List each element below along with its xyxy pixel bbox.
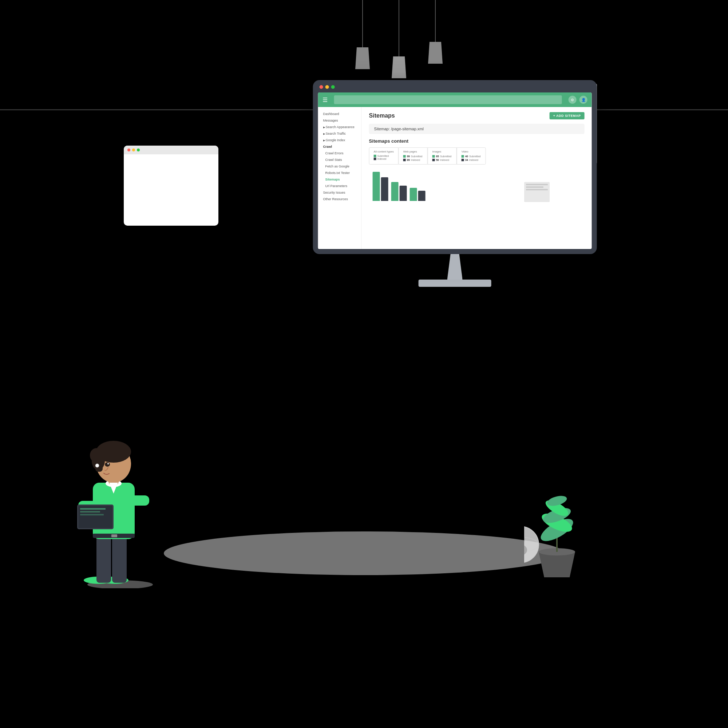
monitor-dots — [318, 85, 592, 89]
bar-group-2 — [391, 182, 407, 201]
sidebar-item-sitemaps[interactable]: Sitemaps — [318, 176, 361, 183]
settings-icon[interactable]: ⚙ — [569, 96, 577, 104]
scene: ☰ ⚙ 👤 Dashboard Messages — [0, 0, 728, 728]
bg-win-dot-red — [127, 148, 130, 151]
svg-rect-8 — [129, 496, 149, 506]
tab-images-indexed-text: Indexed — [440, 159, 449, 161]
tab-video-indexed-row: 34 Indexed — [462, 158, 481, 162]
person-illustration — [73, 399, 167, 590]
floor-shadow — [164, 531, 564, 575]
cord-3 — [435, 0, 436, 42]
sidebar-item-robots-tester[interactable]: Robots.txt Tester — [318, 170, 361, 176]
tab-all-indexed-text: Indexed — [378, 158, 387, 160]
sidebar: Dashboard Messages ▶Search Appearance ▶S… — [318, 107, 362, 249]
tab-web-pages[interactable]: Web pages 99 Submitted 89 Indexed — [399, 147, 428, 165]
light-1 — [355, 0, 370, 78]
svg-rect-25 — [112, 534, 117, 537]
sidebar-item-other-resources[interactable]: Other Resources — [318, 196, 361, 202]
content-tabs: All content types Submitted Indexed — [369, 147, 584, 165]
bar-2-indexed — [400, 186, 407, 201]
shade-2 — [392, 57, 406, 78]
tab-video-submitted-num: 40 — [465, 155, 468, 158]
bar-2-submitted — [391, 182, 399, 201]
light-2 — [392, 0, 406, 78]
bar-group-3 — [410, 188, 425, 201]
sitemap-path-box: Sitemap: /page-sitemap.xml — [369, 124, 584, 134]
svg-point-21 — [105, 462, 110, 466]
arrow-icon: ▶ — [323, 133, 325, 135]
tab-all-indexed-row: Indexed — [374, 158, 394, 160]
tab-images[interactable]: Images 65 Submitted 50 Indexed — [428, 147, 457, 165]
pendant-lights — [355, 0, 443, 78]
dot-yellow — [326, 85, 329, 89]
svg-rect-13 — [80, 514, 104, 515]
sidebar-item-google-index[interactable]: ▶Google Index — [318, 137, 361, 144]
legend-dot-green-4 — [462, 155, 464, 158]
hamburger-icon[interactable]: ☰ — [323, 96, 327, 103]
svg-rect-4 — [112, 534, 127, 583]
page-header: Sitemaps + ADD SITEMAP — [369, 112, 584, 119]
monitor-outer: ☰ ⚙ 👤 Dashboard Messages — [313, 80, 597, 254]
sticky-line-2 — [526, 187, 543, 188]
sidebar-item-fetch-as-google[interactable]: Fetch as Google — [318, 163, 361, 170]
shade-1 — [355, 47, 370, 69]
content-area: Dashboard Messages ▶Search Appearance ▶S… — [318, 107, 592, 249]
top-bar-icons: ⚙ 👤 — [569, 96, 587, 104]
legend-dot-dark-2 — [403, 159, 406, 161]
sidebar-item-crawl-stats[interactable]: Crawl Stats — [318, 156, 361, 163]
sidebar-item-search-traffic[interactable]: ▶Search Traffic — [318, 130, 361, 137]
arrow-icon: ▶ — [323, 139, 325, 142]
shade-3 — [428, 42, 443, 64]
bar-3-indexed — [418, 191, 425, 201]
tab-video-submitted-row: 40 Submitted — [462, 155, 481, 158]
bar-1-submitted — [373, 172, 380, 201]
tab-video[interactable]: Video 40 Submitted 34 Indexed — [457, 147, 486, 165]
sticky-line-3 — [526, 189, 548, 190]
tab-web-label: Web pages — [403, 150, 423, 153]
tab-web-indexed-text: Indexed — [411, 159, 420, 161]
cord-2 — [399, 0, 399, 57]
legend-dot-dark-3 — [433, 159, 435, 161]
section-title: Sitemaps content — [369, 138, 584, 144]
monitor-stand — [444, 254, 466, 280]
bg-win-dot-green — [137, 148, 140, 151]
bar-1-indexed — [381, 177, 388, 201]
sidebar-item-crawl[interactable]: Crawl — [318, 144, 361, 150]
tab-all-label: All content types — [374, 150, 394, 153]
svg-point-34 — [524, 526, 539, 563]
add-sitemap-button[interactable]: + ADD SITEMAP — [550, 112, 584, 119]
svg-rect-11 — [80, 508, 106, 509]
legend-dot-green — [374, 155, 376, 157]
svg-point-19 — [90, 448, 103, 463]
sidebar-item-crawl-errors[interactable]: Crawl Errors — [318, 150, 361, 156]
tab-images-submitted-num: 65 — [436, 155, 439, 158]
monitor: ☰ ⚙ 👤 Dashboard Messages — [313, 80, 597, 287]
svg-rect-12 — [80, 511, 100, 512]
sidebar-item-search-appearance[interactable]: ▶Search Appearance — [318, 124, 361, 130]
dot-red — [320, 85, 323, 89]
tab-web-submitted-row: 99 Submitted — [403, 155, 423, 158]
legend-dot-green-3 — [433, 155, 435, 158]
sitemap-path: Sitemap: /page-sitemap.xml — [374, 127, 424, 131]
user-icon[interactable]: 👤 — [580, 96, 587, 104]
tab-web-submitted-text: Submitted — [411, 155, 423, 158]
background-window — [124, 145, 219, 226]
tab-all-submitted-text: Submitted — [378, 155, 389, 157]
sidebar-item-messages[interactable]: Messages — [318, 117, 361, 124]
bar-group-1 — [373, 172, 388, 201]
arrow-icon: ▶ — [323, 126, 325, 128]
svg-rect-3 — [96, 534, 111, 583]
sidebar-item-url-parameters[interactable]: Url Parameters — [318, 183, 361, 189]
tab-images-indexed-num: 50 — [436, 158, 439, 162]
light-3 — [428, 0, 443, 78]
svg-point-22 — [107, 463, 109, 465]
bar-chart — [369, 168, 584, 201]
tab-all-content[interactable]: All content types Submitted Indexed — [369, 147, 399, 165]
search-bar[interactable] — [334, 95, 562, 104]
dot-green — [331, 85, 335, 89]
sidebar-item-dashboard[interactable]: Dashboard — [318, 111, 361, 117]
sidebar-item-security-issues[interactable]: Security Issues — [318, 189, 361, 196]
tab-all-submitted-row: Submitted — [374, 155, 394, 157]
tab-web-indexed-row: 89 Indexed — [403, 158, 423, 162]
main-content: Sitemaps + ADD SITEMAP Sitemap: /page-si… — [362, 107, 592, 249]
